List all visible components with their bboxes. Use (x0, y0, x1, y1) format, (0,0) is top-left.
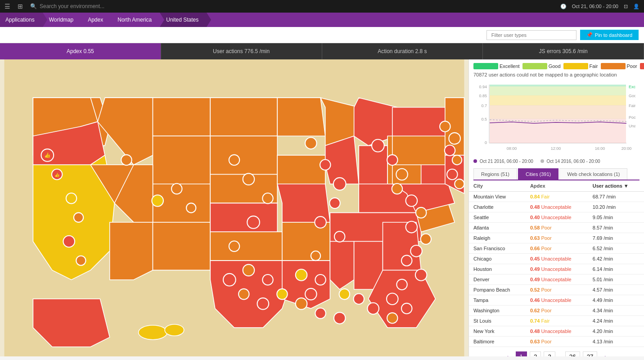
svg-point-69 (315, 216, 326, 228)
loc-tab-1[interactable]: Cities (391) (518, 168, 558, 180)
city-cell: Raleigh (469, 233, 526, 243)
table-row[interactable]: New York 0.48 Unacceptable 4.20 /min (469, 326, 644, 337)
svg-point-55 (152, 195, 163, 207)
svg-point-61 (247, 216, 260, 229)
table-row[interactable]: Chicago 0.45 Unacceptable 6.42 /min (469, 254, 644, 264)
table-row[interactable]: Pompano Beach 0.52 Poor 4.57 /min (469, 285, 644, 295)
page-2[interactable]: 2 (530, 351, 541, 356)
city-cell: Chicago (469, 254, 526, 264)
svg-text:Poor: Poor (629, 115, 635, 120)
user-actions-cell: 6.14 /min (588, 264, 644, 274)
metric-tabs: Apdex 0.55User actions 776.5 /minAction … (0, 43, 644, 59)
breadcrumb-item-united-states[interactable]: United States (160, 13, 207, 27)
svg-text:20:00: 20:00 (621, 146, 632, 151)
next-page[interactable]: › (600, 352, 611, 357)
svg-point-75 (339, 289, 350, 299)
city-cell: Washington (469, 306, 526, 316)
svg-point-77 (387, 155, 397, 165)
data-table: City Apdex User actions ▼ Mountain View … (469, 180, 644, 347)
col-city: City (469, 180, 526, 192)
table-row[interactable]: Atlanta 0.58 Poor 8.57 /min (469, 223, 644, 233)
table-row[interactable]: Raleigh 0.63 Poor 7.69 /min (469, 233, 644, 243)
table-row[interactable]: Charlotte 0.48 Unacceptable 10.20 /min (469, 202, 644, 212)
svg-marker-39 (392, 136, 445, 165)
svg-point-63 (243, 265, 255, 276)
pin-icon: 📌 (586, 32, 593, 38)
metric-tab-3[interactable]: JS errors 305.6 /min (483, 43, 644, 59)
svg-rect-120 (490, 105, 626, 119)
table-row[interactable]: San Francisco 0.66 Poor 6.52 /min (469, 243, 644, 254)
loc-tab-2[interactable]: Web check locations (1) (559, 168, 627, 180)
apdex-cell: 0.49 Unacceptable (526, 264, 588, 274)
svg-text:0.94: 0.94 (479, 85, 487, 89)
table-row[interactable]: Denver 0.49 Unacceptable 5.01 /min (469, 274, 644, 285)
user-icon[interactable]: 👤 (633, 4, 639, 9)
svg-text:Fair: Fair (629, 104, 635, 108)
svg-point-70 (334, 231, 345, 242)
svg-point-54 (121, 155, 131, 165)
table-row[interactable]: St Louis 0.74 Fair 4.24 /min (469, 316, 644, 326)
user-actions-cell: 4.57 /min (588, 285, 644, 295)
svg-point-57 (186, 203, 196, 212)
metric-tab-2[interactable]: Action duration 2.8 s (322, 43, 483, 59)
svg-point-103 (354, 294, 364, 304)
legend-item-good: Good (522, 63, 561, 69)
top-bar-right: 🕐 Oct 21, 06:00 - 20:00 ⊡ 👤 (560, 4, 639, 9)
svg-point-44 (139, 325, 167, 340)
page-1[interactable]: 1 (516, 351, 527, 356)
svg-marker-19 (277, 98, 325, 136)
breadcrumb: ApplicationsWorldmapApdexNorth AmericaUn… (0, 13, 644, 27)
svg-text:12:00: 12:00 (551, 146, 561, 151)
city-cell: Baltimore (469, 337, 526, 347)
apdex-cell: 0.49 Unacceptable (526, 274, 588, 285)
page-26[interactable]: 26 (565, 351, 580, 356)
table-row[interactable]: Houston 0.49 Unacceptable 6.14 /min (469, 264, 644, 274)
svg-marker-17 (210, 232, 282, 261)
city-cell: Tampa (469, 295, 526, 306)
loc-tab-0[interactable]: Regions (51) (473, 168, 517, 180)
table-row[interactable]: Mountain View 0.84 Fair 68.77 /min (469, 192, 644, 202)
col-user-actions[interactable]: User actions ▼ (588, 180, 644, 192)
filter-input[interactable] (486, 30, 576, 40)
table-row[interactable]: Seattle 0.40 Unacceptable 9.05 /min (469, 212, 644, 223)
breadcrumb-item-worldmap[interactable]: Worldmap (43, 13, 81, 27)
page-27[interactable]: 27 (583, 351, 598, 356)
svg-point-53 (76, 256, 86, 265)
expand-icon[interactable]: ⊡ (624, 4, 628, 9)
svg-point-86 (415, 269, 427, 281)
breadcrumb-item-applications[interactable]: Applications (0, 13, 43, 27)
svg-text:👍: 👍 (44, 152, 51, 158)
user-actions-cell: 68.77 /min (588, 192, 644, 202)
svg-point-72 (296, 269, 307, 281)
table-row[interactable]: Tampa 0.46 Unacceptable 4.49 /min (469, 295, 644, 306)
metric-tab-0[interactable]: Apdex 0.55 (0, 43, 161, 59)
svg-text:0.7: 0.7 (481, 104, 487, 108)
table-row[interactable]: Baltimore 0.63 Poor 4.13 /min (469, 337, 644, 347)
prev-page[interactable]: ‹ (502, 352, 513, 357)
location-tabs: Regions (51)Cities (391)Web check locati… (473, 168, 639, 180)
search-placeholder[interactable]: Search your environment... (40, 3, 104, 9)
svg-point-89 (401, 303, 412, 314)
pin-button[interactable]: 📌 Pin to dashboard (580, 30, 639, 40)
breadcrumb-item-north-america[interactable]: North America (111, 13, 160, 27)
apdex-cell: 0.52 Poor (526, 285, 588, 295)
svg-point-100 (296, 298, 307, 310)
svg-point-74 (305, 288, 317, 300)
table-row[interactable]: Washington 0.62 Poor 4.34 /min (469, 306, 644, 316)
metric-tab-1[interactable]: User actions 776.5 /min (161, 43, 322, 59)
svg-point-81 (416, 207, 426, 218)
svg-text:0: 0 (485, 140, 487, 145)
user-actions-cell: 4.24 /min (588, 316, 644, 326)
user-actions-cell: 4.13 /min (588, 337, 644, 347)
apdex-cell: 0.74 Fair (526, 316, 588, 326)
menu-icon[interactable]: ☰ (5, 3, 10, 10)
apdex-chart: 0.94 0.85 0.7 0.5 0 (473, 80, 635, 152)
svg-point-95 (455, 179, 464, 189)
apdex-cell: 0.48 Unacceptable (526, 202, 588, 212)
top-bar: ☰ ⊞ 🔍 Search your environment... 🕐 Oct 2… (0, 0, 644, 13)
svg-point-59 (243, 173, 255, 185)
user-actions-cell: 6.42 /min (588, 254, 644, 264)
svg-point-85 (401, 255, 412, 266)
apps-icon[interactable]: ⊞ (18, 3, 23, 10)
page-3[interactable]: 3 (544, 351, 555, 356)
